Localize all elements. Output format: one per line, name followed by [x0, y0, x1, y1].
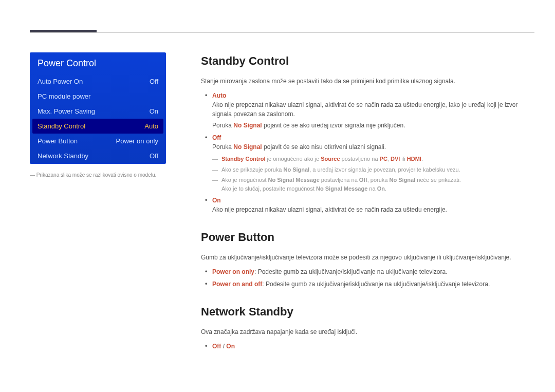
heading-power-button: Power Button	[201, 229, 534, 246]
page-content: Power Control Auto Power OnOffPC module …	[0, 0, 555, 365]
option-on: On Ako nije prepoznat nikakav ulazni sig…	[212, 196, 534, 214]
menu-item-value: Power on only	[116, 137, 158, 145]
menu-item-pc-module-power[interactable]: PC module power	[30, 89, 165, 104]
netstandby-intro: Ova značajka zadržava napajanje kada se …	[201, 327, 534, 337]
option-off-label: Off	[212, 133, 534, 142]
menu-footnote: ― Prikazana slika može se razlikovati ov…	[30, 172, 166, 178]
menu-item-power-button[interactable]: Power ButtonPower on only	[30, 134, 165, 148]
option-auto: Auto Ako nije prepoznat nikakav ulazni s…	[212, 91, 534, 130]
off-desc-1: Poruka No Signal pojavit će se ako nisu …	[212, 142, 534, 152]
menu-item-standby-control[interactable]: Standby ControlAuto	[32, 119, 163, 134]
left-column: Power Control Auto Power OnOffPC module …	[30, 52, 166, 365]
section-network-standby: Network Standby Ova značajka zadržava na…	[201, 303, 534, 351]
section-standby-control: Standby Control Stanje mirovanja zaslona…	[201, 52, 534, 214]
auto-desc-2: Poruka No Signal pojavit će se ako uređa…	[212, 121, 534, 130]
menu-item-value: Off	[150, 152, 158, 160]
right-column: Standby Control Stanje mirovanja zaslona…	[201, 52, 534, 365]
powerbtn-options: Power on only: Podesite gumb za uključiv…	[201, 267, 534, 289]
option-off-on: Off / On	[212, 342, 534, 351]
heading-standby-control: Standby Control	[201, 52, 534, 69]
option-power-on-and-off: Power on and off: Podesite gumb za uklju…	[212, 279, 534, 289]
menu-item-label: Max. Power Saving	[38, 107, 95, 115]
option-off: Off Poruka No Signal pojavit će se ako n…	[212, 133, 534, 193]
menu-item-network-standby[interactable]: Network StandbyOff	[30, 148, 165, 163]
option-on-label: On	[212, 196, 534, 205]
header-divider	[30, 32, 534, 33]
menu-item-label: Power Button	[38, 137, 78, 145]
standby-options: Auto Ako nije prepoznat nikakav ulazni s…	[201, 91, 534, 214]
menu-item-max-power-saving[interactable]: Max. Power SavingOn	[30, 104, 165, 119]
netstandby-options: Off / On	[201, 342, 534, 351]
section-power-button: Power Button Gumb za uključivanje/isklju…	[201, 229, 534, 289]
powerbtn-intro: Gumb za uključivanje/isključivanje telev…	[201, 253, 534, 262]
menu-item-value: Off	[150, 78, 158, 85]
menu-item-value: On	[150, 107, 158, 115]
off-note-1: Standby Control je omogućeno ako je Sour…	[221, 155, 534, 163]
menu-panel: Power Control Auto Power OnOffPC module …	[30, 52, 166, 164]
menu-item-label: Standby Control	[38, 122, 85, 130]
off-note-2: Ako se prikazuje poruka No Signal, a ure…	[221, 165, 534, 174]
heading-network-standby: Network Standby	[201, 303, 534, 320]
on-desc-1: Ako nije prepoznat nikakav ulazni signal…	[212, 205, 534, 214]
menu-item-label: PC module power	[38, 92, 90, 100]
menu-item-label: Network Standby	[38, 152, 88, 160]
auto-desc-1: Ako nije prepoznat nikakav ulazni signal…	[212, 100, 534, 119]
menu-item-value: Auto	[144, 122, 158, 130]
option-power-on-only: Power on only: Podesite gumb za uključiv…	[212, 267, 534, 276]
menu-item-auto-power-on[interactable]: Auto Power OnOff	[30, 74, 165, 89]
menu-item-label: Auto Power On	[38, 78, 83, 85]
off-notes: Standby Control je omogućeno ako je Sour…	[212, 155, 534, 193]
off-note-3: Ako je mogućnost No Signal Message posta…	[221, 176, 534, 193]
standby-intro: Stanje mirovanja zaslona može se postavi…	[201, 77, 534, 86]
option-auto-label: Auto	[212, 91, 534, 100]
menu-title: Power Control	[30, 53, 165, 74]
